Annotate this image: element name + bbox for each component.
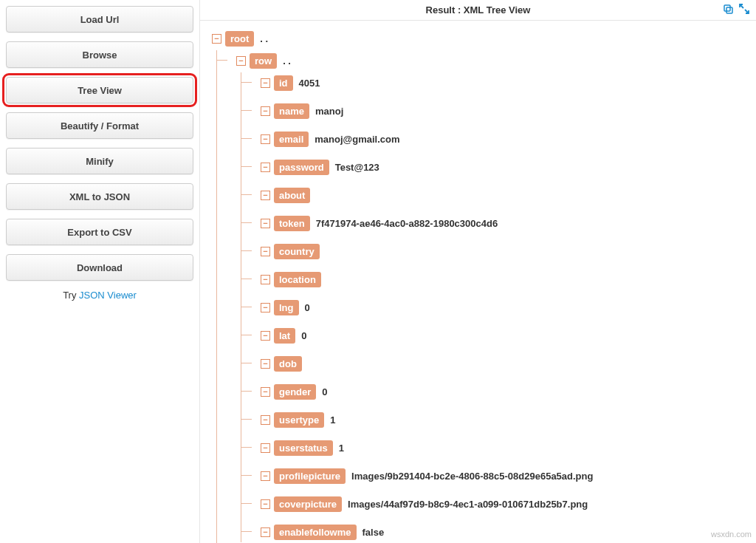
collapse-icon[interactable]: − bbox=[261, 303, 270, 313]
node-password: −passwordTest@123 bbox=[261, 157, 749, 177]
val-gender: 0 bbox=[322, 386, 327, 397]
copy-icon[interactable] bbox=[722, 3, 734, 15]
collapse-icon[interactable]: − bbox=[261, 415, 270, 425]
tag-enablefollowme[interactable]: enablefollowme bbox=[274, 525, 357, 540]
sidebar-btn-tree-view[interactable]: Tree View bbox=[6, 77, 193, 103]
node-dob: −dob bbox=[261, 353, 749, 374]
collapse-icon[interactable]: − bbox=[261, 191, 270, 200]
tag-root[interactable]: root bbox=[225, 31, 254, 47]
tag-lng[interactable]: lng bbox=[274, 300, 299, 315]
node-about: −about bbox=[261, 185, 749, 205]
tag-usertype[interactable]: usertype bbox=[274, 412, 324, 428]
collapse-icon[interactable]: − bbox=[261, 134, 270, 144]
node-coverpicture: −coverpictureImages/44af97d9-b8c9-4ec1-a… bbox=[261, 494, 749, 514]
sidebar-btn-load-url[interactable]: Load Url bbox=[6, 6, 193, 33]
node-row: − row . . −id4051−namemanoj−emailmanoj@g… bbox=[236, 50, 749, 543]
collapse-icon[interactable]: − bbox=[261, 78, 270, 88]
node-usertype: −usertype1 bbox=[261, 409, 749, 430]
collapse-icon[interactable]: − bbox=[261, 527, 270, 537]
header-icons bbox=[722, 3, 750, 15]
sidebar-btn-xml-to-json[interactable]: XML to JSON bbox=[6, 183, 193, 210]
tag-password[interactable]: password bbox=[274, 160, 329, 175]
sidebar-btn-beautify-format[interactable]: Beautify / Format bbox=[6, 112, 193, 139]
try-line: Try JSON Viewer bbox=[6, 290, 193, 301]
tag-gender[interactable]: gender bbox=[274, 384, 316, 400]
tag-about[interactable]: about bbox=[274, 188, 310, 203]
tag-lat[interactable]: lat bbox=[274, 328, 295, 344]
node-token: −token7f471974-ae46-4ac0-a882-1980c300c4… bbox=[261, 213, 749, 233]
val-lng: 0 bbox=[305, 302, 310, 313]
tag-profilepicture[interactable]: profilepicture bbox=[274, 468, 346, 484]
sidebar-btn-browse[interactable]: Browse bbox=[6, 41, 193, 68]
node-root: − root . . − row . . −id4051−namemanoj−e… bbox=[212, 28, 749, 543]
collapse-icon[interactable]: − bbox=[261, 387, 270, 397]
node-id: −id4051 bbox=[261, 72, 749, 93]
collapse-icon[interactable]: − bbox=[261, 359, 270, 369]
val-id: 4051 bbox=[299, 78, 320, 89]
val-profilepicture: Images/9b291404-bc2e-4806-88c5-08d29e65a… bbox=[351, 471, 593, 482]
tag-name[interactable]: name bbox=[274, 103, 309, 119]
node-country: −country bbox=[261, 241, 749, 262]
sidebar: Load UrlBrowseTree ViewBeautify / Format… bbox=[0, 0, 199, 543]
main-panel: Result : XML Tree View bbox=[199, 0, 756, 543]
val-row: . . bbox=[283, 55, 291, 66]
expand-icon[interactable] bbox=[738, 3, 750, 15]
tree-area[interactable]: − root . . − row . . −id4051−namemanoj−e… bbox=[200, 21, 756, 543]
collapse-icon[interactable]: − bbox=[261, 106, 270, 116]
val-usertype: 1 bbox=[330, 414, 335, 426]
tag-token[interactable]: token bbox=[274, 216, 310, 231]
node-lat: −lat0 bbox=[261, 325, 749, 346]
tag-country[interactable]: country bbox=[274, 244, 320, 259]
collapse-icon[interactable]: − bbox=[261, 219, 270, 228]
svg-rect-1 bbox=[726, 7, 732, 13]
collapse-icon[interactable]: − bbox=[236, 56, 246, 66]
json-viewer-link[interactable]: JSON Viewer bbox=[79, 290, 137, 301]
collapse-icon[interactable]: − bbox=[261, 471, 270, 481]
collapse-icon[interactable]: − bbox=[261, 443, 270, 453]
tag-coverpicture[interactable]: coverpicture bbox=[274, 496, 342, 512]
sidebar-btn-download[interactable]: Download bbox=[6, 254, 193, 281]
collapse-icon[interactable]: − bbox=[261, 247, 270, 256]
val-enablefollowme: false bbox=[362, 527, 385, 538]
tag-userstatus[interactable]: userstatus bbox=[274, 440, 333, 456]
node-userstatus: −userstatus1 bbox=[261, 437, 749, 458]
tag-location[interactable]: location bbox=[274, 272, 321, 287]
tag-row[interactable]: row bbox=[250, 53, 277, 69]
svg-rect-0 bbox=[724, 5, 730, 11]
collapse-icon[interactable]: − bbox=[261, 331, 270, 341]
node-lng: −lng0 bbox=[261, 297, 749, 318]
result-title: Result : XML Tree View bbox=[426, 4, 531, 16]
sidebar-btn-minify[interactable]: Minify bbox=[6, 148, 193, 174]
collapse-icon[interactable]: − bbox=[212, 34, 221, 44]
val-name: manoj bbox=[315, 106, 343, 117]
sidebar-btn-export-to-csv[interactable]: Export to CSV bbox=[6, 219, 193, 245]
collapse-icon[interactable]: − bbox=[261, 275, 270, 284]
try-prefix: Try bbox=[63, 290, 79, 301]
val-token: 7f471974-ae46-4ac0-a882-1980c300c4d6 bbox=[316, 218, 498, 229]
node-enablefollowme: −enablefollowmefalse bbox=[261, 522, 749, 542]
node-email: −emailmanoj@gmail.com bbox=[261, 129, 749, 149]
node-profilepicture: −profilepictureImages/9b291404-bc2e-4806… bbox=[261, 465, 749, 486]
val-userstatus: 1 bbox=[339, 443, 344, 454]
tag-id[interactable]: id bbox=[274, 75, 293, 91]
val-coverpicture: Images/44af97d9-b8c9-4ec1-a099-010671db2… bbox=[348, 499, 588, 510]
collapse-icon[interactable]: − bbox=[261, 499, 270, 509]
node-gender: −gender0 bbox=[261, 381, 749, 402]
val-lat: 0 bbox=[301, 330, 306, 341]
collapse-icon[interactable]: − bbox=[261, 163, 270, 172]
tag-email[interactable]: email bbox=[274, 132, 309, 147]
val-password: Test@123 bbox=[335, 162, 379, 173]
val-email: manoj@gmail.com bbox=[315, 134, 399, 145]
node-location: −location bbox=[261, 269, 749, 290]
node-name: −namemanoj bbox=[261, 100, 749, 121]
main-header: Result : XML Tree View bbox=[200, 0, 756, 21]
tag-dob[interactable]: dob bbox=[274, 356, 302, 372]
val-root: . . bbox=[260, 33, 268, 44]
